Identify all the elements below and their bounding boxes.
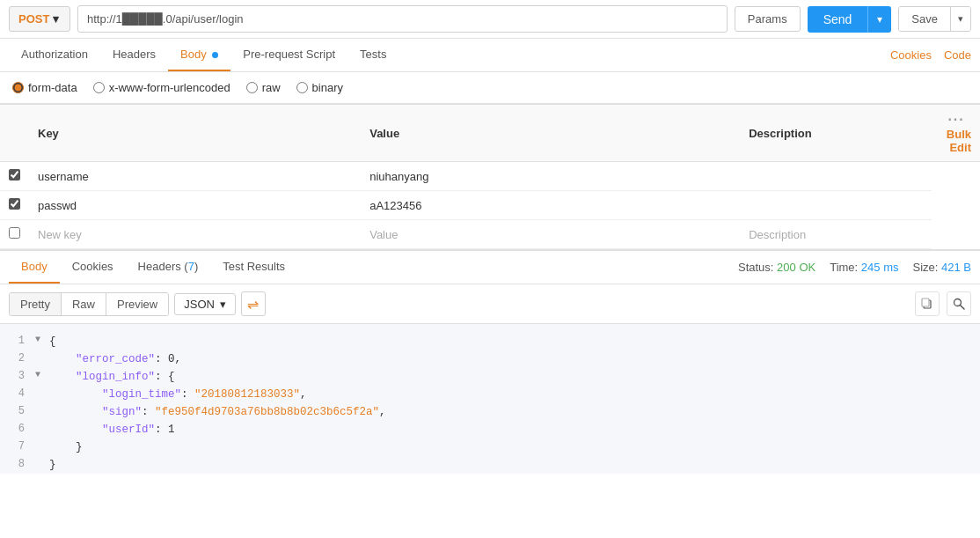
cookies-link[interactable]: Cookies: [890, 48, 932, 62]
format-btn-group: Pretty Raw Preview: [9, 292, 169, 316]
response-section: Body Cookies Headers (7) Test Results St…: [0, 249, 980, 474]
params-button[interactable]: Params: [735, 6, 801, 32]
row2-check-cell: [0, 191, 29, 220]
tab-authorization[interactable]: Authorization: [9, 39, 100, 71]
send-button-group: Send ▾: [808, 6, 892, 33]
row1-value[interactable]: niuhanyang: [361, 162, 740, 191]
preview-button[interactable]: Preview: [106, 293, 168, 315]
code-line-7: 7 }: [0, 439, 980, 456]
tab-bar-right-links: Cookies Code: [890, 48, 971, 62]
response-tab-cookies[interactable]: Cookies: [60, 251, 126, 284]
bulk-edit-button[interactable]: Bulk Edit: [947, 128, 971, 154]
wrap-button[interactable]: ⇌: [241, 291, 266, 316]
option-form-data[interactable]: form-data: [12, 81, 77, 94]
time-label: Time: 245 ms: [830, 261, 898, 274]
params-table: Key Value Description ··· Bulk Edit user…: [0, 104, 980, 249]
copy-button[interactable]: [915, 291, 940, 316]
placeholder-key[interactable]: New key: [29, 220, 361, 249]
send-dropdown-button[interactable]: ▾: [867, 6, 891, 33]
body-options: form-data x-www-form-urlencoded raw bina…: [0, 72, 980, 104]
tab-tests[interactable]: Tests: [347, 39, 399, 71]
table-row-placeholder: New key Value Description: [0, 220, 980, 249]
save-dropdown-button[interactable]: ▾: [950, 7, 970, 31]
desc-col-header: Description: [740, 105, 931, 162]
actions-col-header: ··· Bulk Edit: [932, 105, 980, 162]
code-line-5: 5 "sign": "fe950f4d9703a76bb8b8b02c3b6c5…: [0, 403, 980, 421]
method-chevron-icon: ▾: [53, 12, 59, 26]
tab-headers[interactable]: Headers: [100, 39, 168, 71]
code-line-4: 4 "login_time": "20180812183033",: [0, 386, 980, 403]
row2-value[interactable]: aA123456: [361, 191, 740, 220]
code-line-8: 8 }: [0, 456, 980, 474]
toggle-1[interactable]: ▼: [35, 333, 49, 347]
code-area: 1 ▼ { 2 "error_code": 0, 3 ▼ "login_info…: [0, 324, 980, 474]
toggle-3[interactable]: ▼: [35, 368, 49, 382]
save-button[interactable]: Save: [899, 7, 950, 31]
response-tab-test-results[interactable]: Test Results: [210, 251, 297, 284]
svg-rect-1: [922, 298, 929, 306]
status-label: Status: 200 OK: [738, 261, 815, 274]
table-row: passwd aA123456: [0, 191, 980, 220]
tab-pre-request-script[interactable]: Pre-request Script: [230, 39, 347, 71]
row1-key[interactable]: username: [29, 162, 361, 191]
json-format-select[interactable]: JSON ▾: [174, 293, 236, 315]
option-raw[interactable]: raw: [246, 81, 281, 94]
placeholder-desc[interactable]: Description: [740, 220, 931, 249]
response-toolbar-right: [915, 291, 971, 316]
request-tab-bar: Authorization Headers Body Pre-request S…: [0, 39, 980, 72]
search-button[interactable]: [947, 291, 971, 316]
code-line-3: 3 ▼ "login_info": {: [0, 368, 980, 386]
row2-key[interactable]: passwd: [29, 191, 361, 220]
response-tab-headers[interactable]: Headers (7): [126, 251, 211, 284]
pretty-button[interactable]: Pretty: [10, 293, 61, 315]
key-col-header: Key: [29, 105, 361, 162]
table-row: username niuhanyang: [0, 162, 980, 191]
response-meta: Status: 200 OK Time: 245 ms Size: 421 B: [738, 261, 971, 274]
code-link[interactable]: Code: [944, 48, 971, 62]
top-bar: POST ▾ Params Send ▾ Save ▾: [0, 0, 980, 39]
response-tab-bar: Body Cookies Headers (7) Test Results St…: [0, 251, 980, 284]
size-label: Size: 421 B: [912, 261, 971, 274]
format-chevron-icon: ▾: [220, 298, 226, 311]
response-toolbar: Pretty Raw Preview JSON ▾ ⇌: [0, 284, 980, 324]
method-label: POST: [18, 12, 49, 26]
code-line-1: 1 ▼ {: [0, 333, 980, 350]
placeholder-value[interactable]: Value: [361, 220, 740, 249]
url-input[interactable]: [77, 5, 728, 33]
option-binary[interactable]: binary: [296, 81, 343, 94]
value-col-header: Value: [361, 105, 740, 162]
more-button[interactable]: ···: [947, 112, 964, 127]
row2-checkbox[interactable]: [9, 198, 20, 210]
send-button[interactable]: Send: [808, 6, 868, 33]
tab-body[interactable]: Body: [168, 39, 230, 71]
check-col-header: [0, 105, 29, 162]
body-tab-dot: [212, 52, 218, 58]
response-tab-body[interactable]: Body: [9, 251, 60, 284]
code-line-2: 2 "error_code": 0,: [0, 350, 980, 368]
method-select[interactable]: POST ▾: [9, 6, 70, 32]
row1-checkbox[interactable]: [9, 169, 20, 181]
placeholder-check-cell: [0, 220, 29, 249]
option-urlencoded[interactable]: x-www-form-urlencoded: [93, 81, 230, 94]
svg-line-3: [961, 306, 964, 309]
raw-button[interactable]: Raw: [61, 293, 106, 315]
row2-desc[interactable]: [740, 191, 931, 220]
placeholder-checkbox[interactable]: [9, 227, 20, 239]
code-line-6: 6 "userId": 1: [0, 421, 980, 439]
row1-desc[interactable]: [740, 162, 931, 191]
save-button-group: Save ▾: [898, 6, 971, 32]
row1-check-cell: [0, 162, 29, 191]
